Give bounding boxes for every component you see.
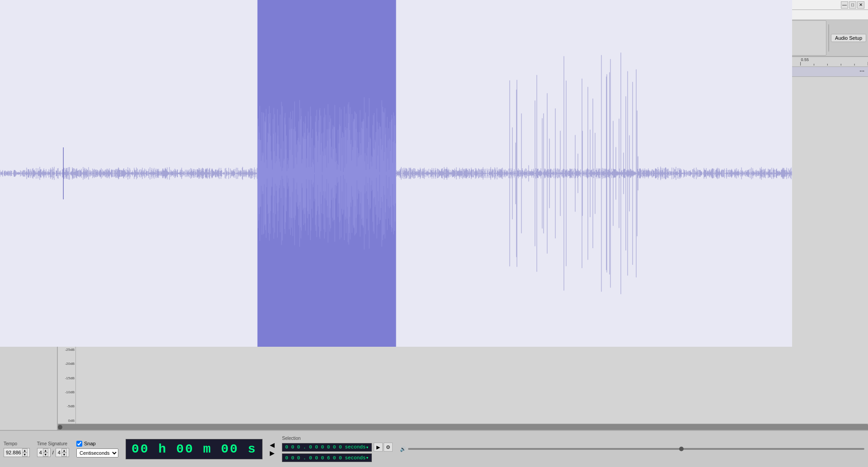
track-more-icon[interactable]: ⋯ (859, 69, 864, 75)
track-content-area: 0dB-5dB-10dB-15dB-20dB-25dB-30dB-35dB-40… (58, 77, 868, 424)
tempo-up[interactable]: ▲ (22, 448, 28, 453)
h-scroll-input[interactable] (58, 424, 868, 430)
output-volume-slider[interactable] (408, 448, 864, 450)
time-sig-den: 4 (58, 450, 61, 455)
main-content: ⚙ ✕ Mix 1 ▲ Mute Solo Effects — L R (0, 57, 868, 430)
time-sig-num-down[interactable]: ▼ (43, 453, 48, 457)
separator-5 (828, 24, 829, 52)
time-sig-num: 4 (39, 450, 42, 455)
db-label: 0dB (58, 419, 75, 423)
selection-start-dropdown[interactable]: ▾ (366, 444, 369, 450)
selection-start-value: 0 0 0 . 0 0 0 0 0 0 seconds (285, 444, 366, 450)
selection-start-row: 0 0 0 . 0 0 0 0 0 0 seconds ▾ ▶ ⚙ (282, 443, 393, 452)
tempo-input[interactable]: 92.886 ▲ ▼ (4, 448, 30, 457)
close-button[interactable]: ✕ (857, 1, 864, 9)
selection-display: Selection 0 0 0 . 0 0 0 0 0 0 seconds ▾ … (282, 436, 393, 462)
time-sig-label: Time Signature (37, 441, 69, 446)
selection-end-value: 0 0 0 . 0 0 0 6 0 0 seconds (285, 455, 366, 461)
snap-group: Snap Centiseconds Milliseconds Seconds (76, 441, 118, 458)
minimize-button[interactable]: — (841, 1, 848, 9)
waveform-container: Mix 1 ⋯ 0dB-5dB-10dB-15dB-20dB-25dB-30dB… (58, 57, 868, 430)
db-label: -25dB (58, 348, 75, 352)
time-sig-slash: / (52, 450, 54, 455)
time-sig-den-input[interactable]: 4 ▲ ▼ (56, 448, 69, 457)
main-time-value: 00 h 00 m 00 s (131, 442, 257, 456)
db-label: -15dB (58, 376, 75, 380)
title-bar-right: — □ ✕ (841, 1, 864, 9)
selection-start-box[interactable]: 0 0 0 . 0 0 0 0 0 0 seconds ▾ (282, 443, 372, 452)
time-sig-group: Time Signature 4 ▲ ▼ / 4 ▲ ▼ (37, 441, 69, 457)
db-label: -10dB (58, 390, 75, 394)
horizontal-scrollbar[interactable] (58, 424, 868, 430)
db-label: -5dB (58, 404, 75, 408)
selection-play-button[interactable]: ▶ (374, 443, 383, 452)
db-label: -20dB (58, 362, 75, 366)
tempo-down[interactable]: ▼ (22, 453, 28, 457)
bottom-bar: Tempo 92.886 ▲ ▼ Time Signature 4 ▲ ▼ / (0, 430, 868, 467)
waveform-canvas (76, 77, 792, 347)
time-sig-num-input[interactable]: 4 ▲ ▼ (37, 448, 51, 457)
audio-setup-button[interactable]: Audio Setup (831, 34, 866, 42)
selection-end-box[interactable]: 0 0 0 . 0 0 0 6 0 0 seconds ▾ (282, 453, 372, 462)
tempo-group: Tempo 92.886 ▲ ▼ (4, 441, 30, 457)
snap-label: Snap (84, 441, 96, 446)
output-volume-group: 🔊 (400, 446, 864, 452)
time-nav-left[interactable]: ◀ (270, 441, 275, 448)
time-nav-right[interactable]: ▶ (270, 449, 275, 457)
time-sig-num-up[interactable]: ▲ (43, 448, 48, 453)
vol-icon: 🔊 (400, 446, 406, 452)
main-time-display: 00 h 00 m 00 s (126, 439, 263, 459)
selection-end-row: 0 0 0 . 0 0 0 6 0 0 seconds ▾ (282, 453, 393, 462)
time-nav-group: ◀ ▶ (270, 441, 275, 457)
snap-checkbox[interactable] (76, 441, 82, 447)
time-sig-den-up[interactable]: ▲ (61, 448, 67, 453)
snap-type-select[interactable]: Centiseconds Milliseconds Seconds (76, 448, 118, 458)
selection-label: Selection (282, 436, 393, 441)
tempo-label: Tempo (4, 441, 30, 446)
waveform-area[interactable] (76, 77, 868, 424)
tempo-value: 92.886 (6, 450, 21, 455)
selection-end-dropdown[interactable]: ▾ (366, 455, 369, 461)
maximize-button[interactable]: □ (849, 1, 856, 9)
time-sig-den-down[interactable]: ▼ (61, 453, 67, 457)
selection-settings-button[interactable]: ⚙ (384, 443, 393, 452)
